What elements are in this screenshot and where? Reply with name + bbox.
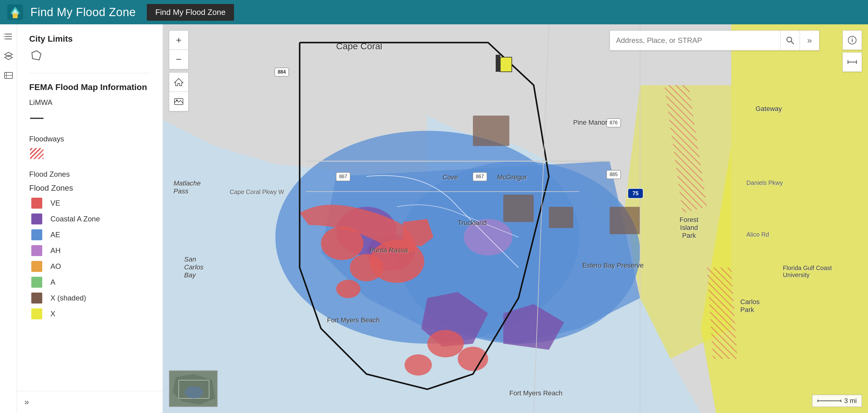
home-button[interactable] [169, 72, 188, 92]
zone-label-6: X (shaded) [51, 294, 86, 302]
find-flood-zone-button[interactable]: Find My Flood Zone [147, 4, 234, 21]
search-button[interactable] [780, 31, 800, 50]
map-toolbar: + − [169, 30, 188, 111]
svg-point-62 [176, 99, 178, 101]
sidebar-legend-content: City Limits FEMA Flood Map Information [17, 24, 163, 391]
sidebar-panel: City Limits FEMA Flood Map Information [17, 24, 163, 413]
zone-legend-list: Flood Zones VE Coastal A Zone AE AH [29, 183, 150, 319]
floodways-hatch-icon [29, 148, 44, 159]
map-right-toolbar [842, 30, 862, 72]
zone-label-1: Coastal A Zone [51, 215, 100, 223]
zoom-out-button[interactable]: − [169, 50, 188, 69]
zone-legend-item: AH [29, 245, 150, 256]
svg-text:867: 867 [339, 174, 347, 179]
zone-color-swatch-7 [29, 308, 44, 319]
svg-point-35 [405, 354, 432, 376]
app-logo [7, 4, 23, 20]
zone-color-swatch-6 [29, 293, 44, 303]
svg-marker-10 [5, 52, 12, 57]
app-title: Find My Flood Zone [30, 6, 136, 19]
image-button[interactable] [169, 92, 188, 111]
zone-label-2: AE [51, 231, 60, 239]
scale-bar: 3 mi [812, 395, 862, 407]
zone-color-swatch-4 [29, 261, 44, 272]
info-button[interactable] [842, 30, 862, 50]
svg-rect-36 [473, 116, 509, 146]
floodways-item: Floodways [29, 135, 150, 143]
svg-rect-47 [496, 55, 500, 72]
zone-label-7: X [51, 309, 55, 318]
svg-marker-15 [32, 51, 41, 60]
svg-text:885: 885 [610, 172, 618, 177]
zone-label-4: AO [51, 262, 61, 271]
limwa-dash-icon [29, 113, 44, 124]
limwa-item: LiMWA [29, 98, 150, 108]
zone-legend-item: Coastal A Zone [29, 213, 150, 225]
zone-color-swatch-2 [29, 229, 44, 240]
zoom-in-button[interactable]: + [169, 30, 188, 50]
svg-line-64 [791, 41, 794, 44]
svg-point-30 [336, 280, 361, 298]
flood-zones-subtitle: Flood Zones [29, 183, 150, 193]
city-limits-legend-item [29, 50, 150, 61]
svg-point-63 [787, 37, 792, 42]
svg-text:867: 867 [476, 174, 484, 179]
fema-title: FEMA Flood Map Information [29, 82, 150, 92]
list-icon-button[interactable] [1, 29, 16, 44]
flood-zones-label: Flood Zones [29, 170, 70, 179]
svg-point-77 [185, 386, 203, 399]
zone-legend-item: X (shaded) [29, 293, 150, 303]
flood-zones-item: Flood Zones [29, 170, 150, 179]
svg-rect-3 [13, 13, 18, 18]
search-input[interactable] [610, 31, 780, 50]
nav-controls [169, 72, 188, 111]
zone-legend-item: A [29, 277, 150, 288]
zone-legend-item: AE [29, 229, 150, 240]
svg-rect-37 [503, 195, 534, 222]
svg-point-34 [458, 347, 488, 371]
zone-legend-item: VE [29, 198, 150, 209]
main-content: City Limits FEMA Flood Map Information [0, 24, 868, 413]
svg-text:884: 884 [278, 69, 286, 75]
media-icon-button[interactable] [1, 68, 16, 83]
svg-text:75: 75 [632, 190, 639, 197]
city-limits-icon [29, 50, 44, 61]
zone-label-3: AH [51, 246, 60, 255]
zone-color-swatch-3 [29, 245, 44, 256]
layers-icon-button[interactable] [1, 49, 16, 63]
svg-marker-11 [5, 55, 12, 60]
floodways-icon-item [29, 148, 150, 159]
svg-marker-60 [175, 79, 183, 86]
sidebar: City Limits FEMA Flood Map Information [0, 24, 163, 413]
measure-button[interactable] [842, 52, 862, 72]
limwa-icon-item [29, 113, 150, 124]
limwa-label: LiMWA [29, 98, 52, 107]
zone-label-0: VE [51, 199, 60, 207]
search-expand-button[interactable]: » [800, 31, 819, 50]
svg-text:876: 876 [610, 120, 618, 125]
sidebar-icon-strip [0, 24, 17, 413]
zone-label-5: A [51, 278, 55, 287]
mini-map[interactable] [169, 371, 218, 407]
zone-color-swatch-0 [29, 198, 44, 209]
sidebar-expand-button[interactable]: » [24, 397, 29, 407]
zone-color-swatch-5 [29, 277, 44, 288]
city-limits-title: City Limits [29, 34, 150, 44]
zone-legend-item: AO [29, 261, 150, 272]
city-limits-section: City Limits [29, 34, 150, 61]
svg-rect-38 [549, 207, 573, 228]
map-svg: 884 867 867 876 885 75 [163, 24, 868, 413]
zone-legend-item: X [29, 308, 150, 319]
svg-point-33 [427, 330, 464, 357]
svg-rect-39 [610, 207, 640, 234]
map-area: 884 867 867 876 885 75 Cape Coral Pine M… [163, 24, 868, 413]
scale-label: 3 mi [844, 397, 857, 405]
fema-section: FEMA Flood Map Information LiMWA [29, 82, 150, 319]
svg-rect-46 [500, 57, 512, 72]
map-search-bar: » [610, 30, 819, 51]
divider-1 [29, 73, 150, 73]
sidebar-bottom: » [17, 391, 163, 413]
header: Find My Flood Zone Find My Flood Zone [0, 0, 868, 24]
zoom-controls: + − [169, 30, 188, 69]
svg-point-67 [852, 38, 853, 39]
